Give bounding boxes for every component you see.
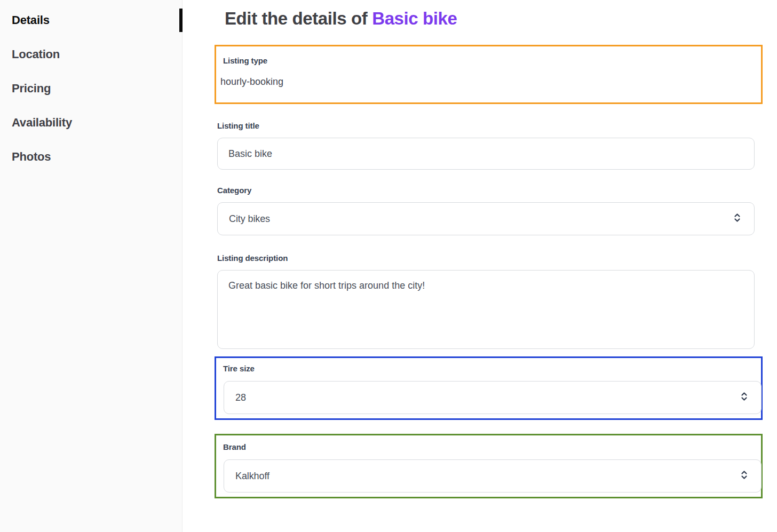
main-content: Edit the details of Basic bike Listing t… <box>183 0 777 532</box>
tire-size-select[interactable]: 28 <box>224 381 762 414</box>
listing-type-value: hourly-booking <box>220 75 757 89</box>
listing-type-box: Listing type hourly-booking <box>215 45 763 104</box>
sidebar-item-photos[interactable]: Photos <box>0 144 182 170</box>
sidebar-item-label: Photos <box>12 150 51 164</box>
brand-select-value: Kalkhoff <box>235 471 269 482</box>
sidebar-item-label: Location <box>12 47 60 61</box>
sidebar-item-label: Pricing <box>12 82 51 96</box>
listing-title-group: Listing title <box>217 121 777 170</box>
sidebar: Details Location Pricing Availability Ph… <box>0 0 183 532</box>
chevron-up-down-icon <box>733 212 741 226</box>
brand-label: Brand <box>223 442 757 452</box>
page-title-listing-name: Basic bike <box>372 9 457 28</box>
category-group: Category City bikes <box>217 185 777 235</box>
sidebar-item-label: Details <box>12 13 50 27</box>
app-window: Details Location Pricing Availability Ph… <box>0 0 777 532</box>
brand-box: Brand Kalkhoff <box>215 434 763 498</box>
category-select[interactable]: City bikes <box>217 202 755 235</box>
sidebar-item-location[interactable]: Location <box>0 42 182 67</box>
active-tab-indicator <box>179 9 183 32</box>
chevron-up-down-icon <box>740 391 748 404</box>
page-title: Edit the details of Basic bike <box>225 7 777 30</box>
sidebar-item-pricing[interactable]: Pricing <box>0 76 182 101</box>
listing-description-label: Listing description <box>217 253 777 263</box>
sidebar-item-availability[interactable]: Availability <box>0 110 182 136</box>
tire-size-label: Tire size <box>223 363 757 374</box>
page-title-prefix: Edit the details of <box>225 9 372 28</box>
listing-title-input[interactable] <box>217 138 755 170</box>
category-label: Category <box>217 185 777 195</box>
brand-select[interactable]: Kalkhoff <box>224 459 762 493</box>
sidebar-item-details[interactable]: Details <box>0 7 182 33</box>
category-select-value: City bikes <box>229 213 270 225</box>
listing-description-group: Listing description <box>217 253 777 349</box>
listing-title-label: Listing title <box>217 121 777 131</box>
tire-size-select-value: 28 <box>235 392 246 403</box>
sidebar-item-label: Availability <box>12 116 72 130</box>
chevron-up-down-icon <box>740 470 748 483</box>
listing-description-textarea[interactable] <box>217 270 755 349</box>
listing-type-label: Listing type <box>223 55 757 66</box>
tire-size-box: Tire size 28 <box>215 356 763 420</box>
